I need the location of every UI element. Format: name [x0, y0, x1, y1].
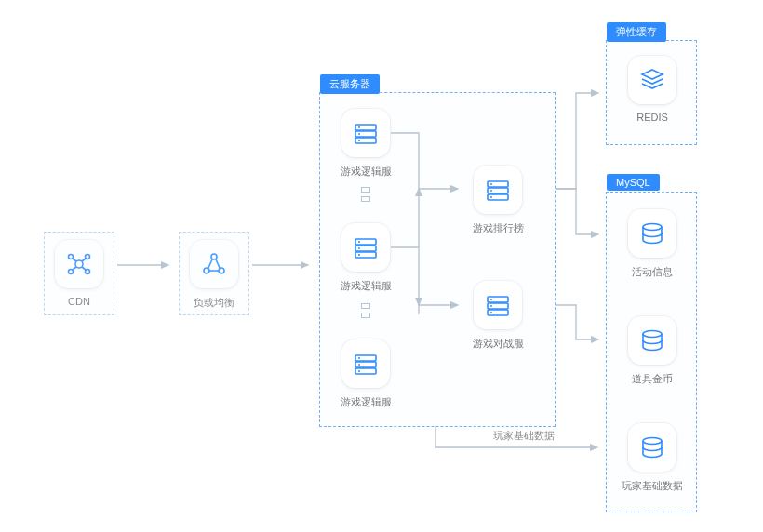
arrow	[556, 186, 604, 242]
node-label: 游戏逻辑服	[333, 165, 398, 179]
server-icon	[474, 166, 522, 214]
database-icon	[628, 209, 676, 258]
node-label: 玩家基础数据	[618, 479, 687, 493]
node-redis: REDIS	[627, 56, 677, 123]
server-icon	[341, 339, 390, 388]
arrow	[556, 302, 604, 349]
node-game-battle: 游戏对战服	[465, 281, 530, 351]
node-item-gold: 道具金币	[627, 316, 677, 386]
connector-icon	[361, 303, 370, 318]
group-title: MySQL	[607, 174, 660, 191]
node-label: 游戏对战服	[465, 337, 530, 351]
database-icon	[628, 316, 676, 365]
connector-icon	[361, 187, 370, 202]
node-load-balancer: 负载均衡	[179, 240, 249, 310]
node-label: 游戏排行榜	[465, 221, 530, 235]
node-game-logic-3: 游戏逻辑服	[333, 339, 398, 409]
node-label: 道具金币	[627, 372, 677, 386]
node-label: 游戏逻辑服	[333, 395, 398, 409]
group-title: 云服务器	[320, 74, 380, 94]
server-icon	[474, 281, 522, 329]
node-game-logic-1: 游戏逻辑服	[333, 109, 398, 179]
node-game-ranking: 游戏排行榜	[465, 166, 530, 235]
node-player-data: 玩家基础数据	[618, 423, 687, 493]
database-icon	[628, 423, 676, 472]
node-label: REDIS	[627, 112, 677, 123]
server-icon	[341, 223, 390, 272]
node-game-logic-2: 游戏逻辑服	[333, 223, 398, 293]
flow-label: 玩家基础数据	[493, 429, 555, 443]
cache-icon	[628, 56, 676, 104]
group-title: 弹性缓存	[607, 22, 666, 42]
node-label: 活动信息	[627, 265, 677, 279]
arrow	[252, 260, 313, 270]
arrow	[117, 260, 173, 270]
arrow	[556, 88, 604, 195]
architecture-diagram: 云服务器 弹性缓存 MySQL CDN 负载均衡 游戏逻辑服 游戏逻辑服 游戏逻…	[0, 0, 763, 532]
arrow	[391, 128, 465, 314]
node-label: 游戏逻辑服	[333, 279, 398, 293]
node-activity: 活动信息	[627, 209, 677, 279]
node-cdn: CDN	[44, 240, 114, 307]
server-icon	[341, 109, 390, 157]
